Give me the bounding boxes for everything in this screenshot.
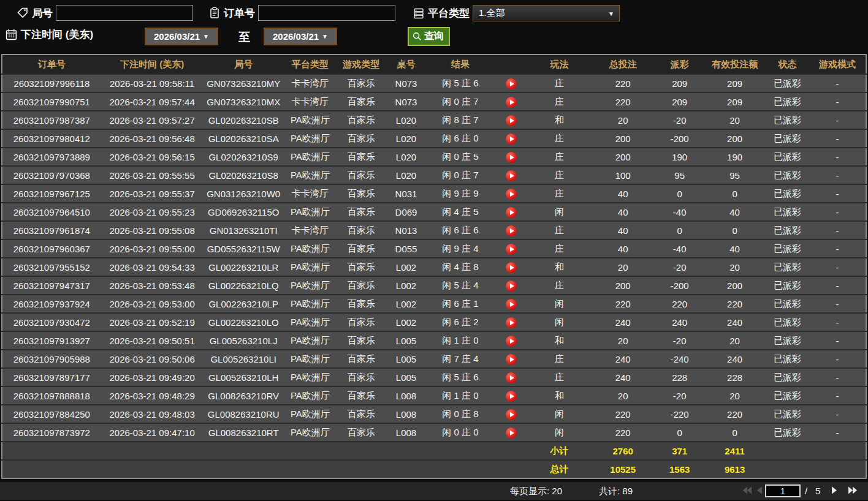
- game-no-cell: GL020263210S8: [203, 166, 283, 184]
- result-cell: 闲 6 庄 2: [426, 313, 494, 331]
- bet-time-cell: 2026-03-21 09:56:48: [101, 129, 204, 148]
- table-no-cell: L008: [386, 423, 427, 442]
- play-icon[interactable]: [506, 189, 517, 200]
- date-from-picker[interactable]: 2026/03/21 ▼: [145, 28, 218, 45]
- total-bet-cell: 240: [590, 350, 655, 368]
- last-page-icon[interactable]: [848, 486, 858, 494]
- platform-cell: PA欧洲厅: [284, 258, 337, 276]
- bet-time-cell: 2026-03-21 09:49:20: [101, 368, 204, 386]
- table-no-cell: N073: [386, 74, 427, 92]
- total-bet-cell: 220: [590, 295, 655, 313]
- play-icon[interactable]: [506, 409, 517, 420]
- valid-bet-cell: 20: [704, 258, 766, 276]
- play-icon[interactable]: [506, 244, 517, 255]
- replay-cell: [495, 368, 529, 386]
- status-badge: 已派彩: [766, 239, 809, 258]
- table-no-cell: D055: [386, 239, 427, 258]
- valid-bet-cell: 209: [704, 92, 766, 111]
- payout-cell: 228: [655, 368, 704, 386]
- search-icon: [412, 31, 422, 42]
- replay-cell: [495, 221, 529, 239]
- valid-bet-cell: 228: [704, 368, 766, 386]
- platform-type-label: 平台类型: [428, 6, 470, 20]
- play-icon[interactable]: [506, 225, 517, 236]
- table-row: 2603210979703682026-03-21 09:55:55GL0202…: [2, 166, 866, 184]
- game-type-cell: 百家乐: [337, 313, 386, 331]
- valid-bet-cell: 220: [704, 295, 766, 313]
- play-icon[interactable]: [506, 78, 517, 89]
- play-icon[interactable]: [506, 317, 517, 328]
- play-icon[interactable]: [506, 336, 517, 347]
- total-bet-cell: 220: [590, 92, 655, 111]
- replay-cell: [495, 331, 529, 350]
- play-icon[interactable]: [506, 170, 517, 181]
- records-table-container: 订单号下注时间 (美东)局号平台类型游戏类型桌号结果玩法总投注派彩有效投注额状态…: [1, 54, 867, 479]
- replay-cell: [495, 148, 529, 166]
- summary-spacer: [766, 460, 866, 478]
- table-no-cell: N013: [386, 221, 427, 239]
- status-badge: 已派彩: [766, 405, 809, 423]
- game-no-cell: GL002263210LR: [203, 258, 283, 276]
- order-no-cell: 260321097987387: [2, 111, 101, 129]
- date-to-picker[interactable]: 2026/03/21 ▼: [264, 28, 337, 45]
- result-cell: 闲 7 庄 4: [426, 350, 494, 368]
- platform-cell: PA欧洲厅: [284, 313, 337, 331]
- next-page-icon[interactable]: [831, 486, 837, 494]
- play-type-cell: 闲: [528, 203, 590, 221]
- total-row-label: 总计: [528, 460, 590, 478]
- table-no-cell: L002: [386, 295, 427, 313]
- game-mode-cell: -: [809, 239, 866, 258]
- table-row: 2603210978888182026-03-21 09:48:29GL0082…: [2, 386, 866, 405]
- payout-cell: -20: [655, 111, 704, 129]
- records-tbody: 2603210979961182026-03-21 09:58:11GN0732…: [2, 74, 866, 478]
- play-icon[interactable]: [506, 391, 517, 402]
- play-icon[interactable]: [506, 152, 517, 163]
- play-icon[interactable]: [506, 372, 517, 383]
- game-mode-cell: -: [809, 221, 866, 239]
- game-no-cell: GL008263210RT: [203, 423, 283, 442]
- bet-time-cell: 2026-03-21 09:47:10: [101, 423, 204, 442]
- first-page-icon[interactable]: [742, 486, 752, 494]
- play-icon[interactable]: [506, 97, 517, 108]
- records-table: 订单号下注时间 (美东)局号平台类型游戏类型桌号结果玩法总投注派彩有效投注额状态…: [1, 54, 867, 479]
- game-mode-cell: -: [809, 74, 866, 92]
- payout-cell: -220: [655, 405, 704, 423]
- column-header: 订单号: [2, 55, 101, 74]
- page-size-label: 每页显示: 20: [510, 486, 562, 497]
- play-icon[interactable]: [506, 299, 517, 310]
- prev-page-icon[interactable]: [756, 486, 763, 494]
- status-badge: 已派彩: [766, 166, 809, 184]
- platform-type-select[interactable]: 1.全部 ▼: [473, 5, 620, 21]
- status-badge: 已派彩: [766, 350, 809, 368]
- date-to-value: 2026/03/21: [273, 31, 319, 42]
- subtotal-row-total-bet: 2760: [590, 442, 655, 460]
- game-mode-cell: -: [809, 111, 866, 129]
- date-from-value: 2026/03/21: [154, 31, 200, 42]
- play-icon[interactable]: [506, 262, 517, 273]
- play-icon[interactable]: [506, 281, 517, 292]
- play-icon[interactable]: [506, 115, 517, 126]
- play-icon[interactable]: [506, 428, 517, 439]
- play-type-cell: 闲: [528, 313, 590, 331]
- play-icon[interactable]: [506, 134, 517, 145]
- game-no-cell: GL020263210S9: [203, 148, 283, 166]
- page-number-input[interactable]: [765, 484, 801, 497]
- column-header: 有效投注额: [704, 55, 766, 74]
- platform-cell: PA欧洲厅: [284, 405, 337, 423]
- game-no-input[interactable]: [56, 5, 193, 21]
- play-icon[interactable]: [506, 354, 517, 365]
- game-type-cell: 百家乐: [337, 74, 386, 92]
- total-bet-cell: 40: [590, 239, 655, 258]
- table-no-cell: L002: [386, 276, 427, 295]
- play-icon[interactable]: [506, 207, 517, 218]
- play-type-cell: 和: [528, 331, 590, 350]
- table-row: 2603210979379242026-03-21 09:53:00GL0022…: [2, 295, 866, 313]
- game-no-cell: GN073263210MX: [203, 92, 283, 111]
- result-cell: 闲 0 庄 7: [426, 166, 494, 184]
- game-mode-cell: -: [809, 203, 866, 221]
- game-mode-cell: -: [809, 350, 866, 368]
- search-button[interactable]: 查询: [408, 27, 450, 46]
- play-type-cell: 闲: [528, 405, 590, 423]
- total-bet-cell: 200: [590, 129, 655, 148]
- order-no-input[interactable]: [258, 5, 395, 21]
